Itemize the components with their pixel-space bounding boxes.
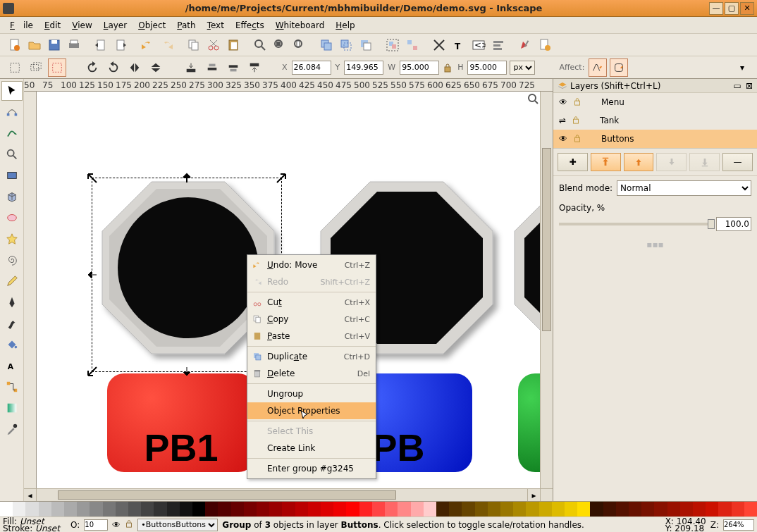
zoom-fit-button[interactable] xyxy=(251,36,269,54)
lock-icon[interactable] xyxy=(442,61,453,75)
pen-tool[interactable] xyxy=(1,292,23,312)
node-tool[interactable] xyxy=(1,102,23,122)
opacity-slider[interactable] xyxy=(559,223,712,225)
toolbar-menu-button[interactable]: ▾ xyxy=(733,58,751,77)
ctx-paste[interactable]: PasteCtrl+V xyxy=(247,328,376,345)
handle-w[interactable] xyxy=(87,269,98,280)
spiral-tool[interactable] xyxy=(1,250,23,270)
raise-top-button[interactable] xyxy=(245,58,264,77)
menu-effects[interactable]: Effects xyxy=(231,19,269,32)
redo-button[interactable] xyxy=(158,36,176,54)
x-input[interactable] xyxy=(292,61,331,75)
3dbox-tool[interactable] xyxy=(1,187,23,206)
y-input[interactable] xyxy=(344,61,383,75)
rotate-ccw-button[interactable] xyxy=(83,58,101,77)
handle-nw[interactable] xyxy=(87,173,98,184)
text-dialog-button[interactable]: T xyxy=(450,36,468,54)
preferences-button[interactable] xyxy=(516,36,534,54)
eye-icon[interactable]: 👁 xyxy=(559,134,567,144)
pb1-button[interactable]: PB1 xyxy=(107,373,255,472)
ctx-create-link[interactable]: Create Link xyxy=(247,440,376,457)
panel-grip[interactable]: ▪▪▪ xyxy=(553,237,757,252)
rotate-cw-button[interactable] xyxy=(104,58,123,77)
connector-tool[interactable] xyxy=(1,377,23,397)
unlink-clone-button[interactable] xyxy=(357,36,375,54)
pb3-button[interactable] xyxy=(518,373,540,472)
menu-file[interactable]: File xyxy=(6,19,37,32)
octagon-button-3[interactable] xyxy=(509,176,540,366)
open-button[interactable] xyxy=(25,36,44,54)
ctx-undo[interactable]: Undo: MoveCtrl+Z xyxy=(247,256,376,273)
gradient-tool[interactable] xyxy=(1,398,23,418)
menu-help[interactable]: Help xyxy=(331,19,359,32)
lock-icon[interactable] xyxy=(573,134,581,144)
status-lock-icon[interactable] xyxy=(125,519,133,530)
zoom-drawing-button[interactable] xyxy=(271,36,289,54)
affect-corners-button[interactable] xyxy=(610,58,628,77)
duplicate-button[interactable] xyxy=(317,36,336,54)
copy-button[interactable] xyxy=(185,36,203,54)
layer-down-button[interactable] xyxy=(656,153,687,171)
handle-ne[interactable] xyxy=(276,173,287,184)
select-all-layers-button[interactable] xyxy=(27,58,45,77)
lower-button[interactable] xyxy=(203,58,221,77)
align-button[interactable] xyxy=(489,36,507,54)
bucket-tool[interactable] xyxy=(1,335,23,354)
selector-tool[interactable] xyxy=(1,81,23,101)
save-button[interactable] xyxy=(45,36,63,54)
text-tool[interactable]: A xyxy=(1,356,23,376)
select-all-button[interactable] xyxy=(6,58,24,77)
ctx-copy[interactable]: CopyCtrl+C xyxy=(247,311,376,328)
layer-add-button[interactable]: ✚ xyxy=(558,153,588,171)
lock-icon[interactable] xyxy=(572,116,580,126)
ctx-enter-group[interactable]: Enter group #g3245 xyxy=(247,460,376,477)
dropper-tool[interactable] xyxy=(1,419,23,439)
layer-item-buttons[interactable]: 👁 Buttons xyxy=(553,130,757,148)
unit-select[interactable]: px xyxy=(510,61,535,75)
eye-icon[interactable]: 👁 xyxy=(559,97,567,107)
export-button[interactable] xyxy=(111,36,130,54)
h-input[interactable] xyxy=(467,61,507,75)
zoom-page-button[interactable] xyxy=(290,36,309,54)
zoom-tool[interactable] xyxy=(1,144,23,164)
status-layer-select[interactable]: •ButtonsButtons xyxy=(137,519,218,531)
tweak-tool[interactable] xyxy=(1,123,23,143)
minimize-button[interactable]: — xyxy=(709,2,723,15)
ungroup-button[interactable] xyxy=(403,36,421,54)
ctx-cut[interactable]: CutCtrl+X xyxy=(247,294,376,311)
affect-stroke-button[interactable] xyxy=(589,58,607,77)
cut-button[interactable] xyxy=(204,36,223,54)
panel-detach-icon[interactable]: ▭ xyxy=(734,81,741,91)
ellipse-tool[interactable] xyxy=(1,208,23,228)
layer-up-button[interactable] xyxy=(624,153,654,171)
calligraphy-tool[interactable] xyxy=(1,314,23,333)
paste-button[interactable] xyxy=(224,36,242,54)
blend-select[interactable]: Normal xyxy=(617,180,751,196)
rect-tool[interactable] xyxy=(1,166,23,185)
zoom-corner-icon[interactable] xyxy=(527,93,538,104)
ctx-ungroup[interactable]: Ungroup xyxy=(247,385,376,402)
layer-delete-button[interactable]: — xyxy=(722,153,753,171)
clone-button[interactable] xyxy=(337,36,355,54)
layer-top-button[interactable] xyxy=(591,153,621,171)
canvas[interactable]: PB1 PB Undo: MoveCtrl+Z xyxy=(37,92,540,488)
w-input[interactable] xyxy=(400,61,439,75)
eye-closed-icon[interactable]: ⇌ xyxy=(559,116,566,125)
handle-n[interactable] xyxy=(181,173,192,184)
horizontal-scrollbar[interactable]: ◂ ▸ xyxy=(24,488,553,501)
document-properties-button[interactable] xyxy=(536,36,554,54)
ctx-object-properties[interactable]: Object Properties xyxy=(247,402,376,419)
layer-item-menu[interactable]: 👁 Menu xyxy=(553,93,757,111)
ctx-duplicate[interactable]: DuplicateCtrl+D xyxy=(247,348,376,365)
handle-s[interactable] xyxy=(181,366,192,377)
menu-text[interactable]: Text xyxy=(203,19,228,32)
menu-path[interactable]: Path xyxy=(173,19,199,32)
panel-close-icon[interactable]: ⊠ xyxy=(746,81,753,91)
lower-bottom-button[interactable] xyxy=(182,58,200,77)
handle-sw[interactable] xyxy=(87,366,98,377)
menu-layer[interactable]: Layer xyxy=(99,19,131,32)
flip-v-button[interactable] xyxy=(147,58,165,77)
deselect-button[interactable] xyxy=(48,58,66,77)
lock-icon[interactable] xyxy=(573,97,581,108)
menu-whiteboard[interactable]: Whiteboard xyxy=(271,19,329,32)
